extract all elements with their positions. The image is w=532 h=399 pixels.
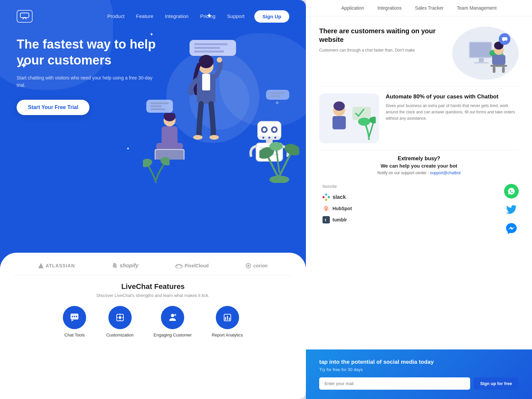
right-integrations bbox=[504, 184, 519, 236]
nav-links: Product Feature Integration Pricing Supp… bbox=[107, 13, 245, 19]
right-nav-integrations[interactable]: Integrations bbox=[377, 5, 402, 11]
slack-icon bbox=[323, 194, 330, 201]
right-nav-team[interactable]: Team Management bbox=[457, 5, 497, 11]
feature-custom-label: Customization bbox=[106, 332, 133, 337]
nav-pricing[interactable]: Pricing bbox=[200, 13, 215, 19]
hero-section: The fastest way to help your customers S… bbox=[17, 37, 160, 115]
svg-point-37 bbox=[178, 264, 180, 265]
right-nav-sales[interactable]: Sales Tracker bbox=[415, 5, 444, 11]
busy-body: Notify on our support center - support@c… bbox=[319, 171, 519, 175]
tumblr-icon: t bbox=[323, 216, 330, 223]
plant-right bbox=[259, 133, 299, 183]
social-form: Sign up for free bbox=[319, 377, 519, 390]
sparkle-5: ✦ bbox=[126, 146, 130, 151]
svg-point-30 bbox=[283, 142, 299, 157]
hero-heading: The fastest way to help your customers bbox=[17, 37, 160, 68]
svg-point-78 bbox=[358, 118, 370, 126]
nav-feature[interactable]: Feature bbox=[136, 13, 153, 19]
chat-bubble-right bbox=[266, 90, 289, 100]
svg-rect-70 bbox=[492, 55, 505, 65]
brands-section: ATLASSIAN shopify PixelCloud corion bbox=[0, 253, 306, 275]
svg-marker-34 bbox=[38, 263, 44, 268]
hero-illustration bbox=[140, 33, 299, 183]
hubspot-integration: HubSpot bbox=[323, 205, 352, 212]
hubspot-icon bbox=[323, 205, 330, 212]
feature-customization: Customization bbox=[106, 306, 133, 337]
slack-integration: slack bbox=[323, 194, 352, 201]
svg-rect-81 bbox=[325, 194, 327, 196]
svg-point-40 bbox=[247, 265, 249, 267]
right-navbar: Application Integrations Sales Tracker T… bbox=[306, 0, 532, 16]
svg-rect-71 bbox=[490, 65, 507, 67]
tumblr-integration: t tumblr bbox=[323, 216, 352, 223]
busy-subheading: We can help you create your bot bbox=[319, 163, 519, 169]
brand-atlassian: ATLASSIAN bbox=[38, 263, 75, 268]
right-nav-application[interactable]: Application bbox=[341, 5, 364, 11]
nav-integration[interactable]: Integration bbox=[165, 13, 189, 19]
svg-rect-64 bbox=[474, 62, 489, 64]
feature-report-label: Report Analytics bbox=[212, 332, 243, 337]
customer-section: There are customers waiting on your webs… bbox=[319, 27, 519, 80]
plant-left-small bbox=[143, 150, 170, 183]
support-link[interactable]: support@chatbot bbox=[430, 171, 461, 175]
svg-rect-82 bbox=[328, 196, 330, 198]
social-subtext: Try for free for 30 days bbox=[319, 367, 519, 372]
speech-bubble-icon bbox=[499, 33, 510, 45]
feature-report-icon bbox=[216, 306, 239, 329]
whatsapp-badge bbox=[504, 184, 519, 199]
svg-point-51 bbox=[171, 314, 174, 317]
social-section: tap into the potential of social media t… bbox=[306, 349, 532, 399]
white-bottom-section: ATLASSIAN shopify PixelCloud corion Live… bbox=[0, 253, 306, 399]
svg-rect-80 bbox=[323, 196, 325, 198]
svg-point-43 bbox=[74, 316, 75, 317]
svg-point-52 bbox=[174, 314, 176, 316]
features-subtitle: Discover LiveChat's strengths and learn … bbox=[96, 293, 209, 298]
svg-rect-4 bbox=[202, 74, 210, 90]
svg-rect-63 bbox=[479, 58, 484, 62]
right-content: There are customers waiting on your webs… bbox=[306, 17, 532, 239]
favorite-label: favorite bbox=[323, 184, 352, 189]
logo bbox=[17, 10, 33, 23]
social-heading: tap into the potential of social media t… bbox=[319, 359, 519, 365]
svg-rect-83 bbox=[325, 199, 327, 201]
svg-point-42 bbox=[72, 316, 73, 317]
customer-text: There are customers waiting on your webs… bbox=[319, 27, 446, 54]
svg-point-75 bbox=[333, 101, 345, 111]
busy-heading: Extremely busy? bbox=[319, 156, 519, 162]
svg-point-5 bbox=[217, 57, 222, 63]
svg-point-6 bbox=[193, 135, 202, 140]
integrations-section: favorite slack bbox=[319, 181, 519, 239]
chatbot-section: Automate 80% of your cases with Chatbot … bbox=[319, 86, 519, 150]
customer-heading: There are customers waiting on your webs… bbox=[319, 27, 446, 44]
right-panel: Application Integrations Sales Tracker T… bbox=[306, 0, 532, 399]
svg-rect-60 bbox=[502, 37, 507, 41]
signup-button[interactable]: Sign Up bbox=[254, 10, 289, 23]
favorite-label-area: favorite slack bbox=[319, 184, 352, 223]
feature-engage-label: Engaging Customer bbox=[154, 332, 192, 337]
hubspot-label: HubSpot bbox=[332, 206, 352, 211]
svg-point-31 bbox=[269, 142, 283, 151]
signup-free-button[interactable]: Sign up for free bbox=[473, 377, 519, 390]
chatbot-illustration bbox=[319, 93, 379, 143]
svg-point-2 bbox=[199, 55, 213, 68]
chatbot-body: Gives your business an extra pair of han… bbox=[386, 103, 519, 122]
svg-text:t: t bbox=[325, 218, 326, 222]
chatbot-text: Automate 80% of your cases with Chatbot … bbox=[386, 93, 519, 122]
svg-point-36 bbox=[176, 265, 178, 266]
hero-subtext: Start chatting with visitors who need yo… bbox=[17, 74, 160, 89]
nav-product[interactable]: Product bbox=[107, 13, 125, 19]
right-nav-links: Application Integrations Sales Tracker T… bbox=[341, 5, 496, 11]
feature-engage-icon bbox=[161, 306, 184, 329]
brand-corion: corion bbox=[245, 263, 268, 269]
customer-illustration bbox=[452, 27, 519, 80]
email-input[interactable] bbox=[319, 377, 470, 390]
svg-point-18 bbox=[273, 128, 276, 131]
nav-support[interactable]: Support bbox=[227, 13, 245, 19]
trial-button[interactable]: Start Your Free Trial bbox=[17, 100, 89, 115]
feature-custom-icon bbox=[108, 306, 132, 329]
feature-items: Chat Tools Customization Engaging Custom… bbox=[63, 306, 243, 337]
messenger-badge bbox=[504, 221, 519, 236]
features-title: LiveChat Features bbox=[121, 282, 185, 291]
brand-shopify: shopify bbox=[112, 263, 139, 269]
svg-rect-76 bbox=[332, 116, 346, 129]
